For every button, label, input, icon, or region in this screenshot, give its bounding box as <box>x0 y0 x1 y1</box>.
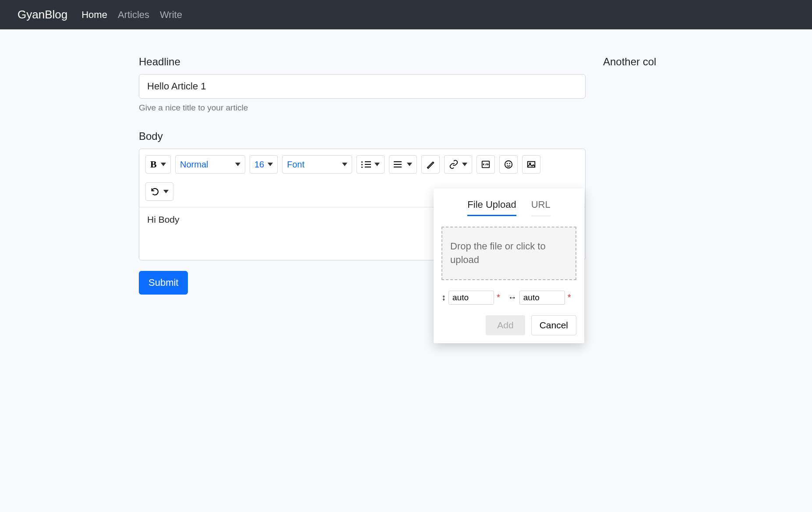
chevron-down-icon <box>407 163 412 166</box>
style-label: Normal <box>180 160 208 170</box>
chevron-down-icon <box>163 190 169 193</box>
list-icon <box>361 160 371 168</box>
svg-point-3 <box>510 164 510 164</box>
required-marker: * <box>568 292 571 302</box>
smiley-icon <box>504 160 513 169</box>
bold-icon: B <box>150 159 157 170</box>
page-container: Headline Give a nice title to your artic… <box>121 29 691 312</box>
size-label: 16 <box>254 160 264 170</box>
font-family-dropdown[interactable]: Font <box>282 155 352 174</box>
align-icon <box>394 160 403 168</box>
required-marker: * <box>497 292 500 302</box>
dimension-row: ↕ * ↔ * <box>441 291 576 305</box>
chevron-down-icon <box>462 163 467 166</box>
link-icon <box>449 160 459 169</box>
width-input[interactable] <box>519 291 565 305</box>
body-label: Body <box>139 130 586 142</box>
list-dropdown[interactable] <box>357 155 385 174</box>
tab-file-upload[interactable]: File Upload <box>467 199 516 216</box>
brand-logo[interactable]: GyanBlog <box>18 8 67 21</box>
svg-point-1 <box>505 161 512 168</box>
image-icon <box>526 160 536 169</box>
height-input[interactable] <box>448 291 494 305</box>
font-label: Font <box>287 160 304 170</box>
file-dropzone[interactable]: Drop the file or click to upload <box>441 227 576 280</box>
chevron-down-icon <box>374 163 380 166</box>
align-dropdown[interactable] <box>389 155 417 174</box>
bold-dropdown[interactable]: B <box>145 155 171 174</box>
svg-point-2 <box>507 164 508 164</box>
code-block-icon <box>481 160 491 169</box>
nav-link-home[interactable]: Home <box>81 9 107 21</box>
nav-link-write[interactable]: Write <box>160 9 182 21</box>
chevron-down-icon <box>268 163 273 166</box>
image-button[interactable] <box>522 155 540 174</box>
highlight-button[interactable] <box>421 155 440 174</box>
side-column: Another col <box>603 56 673 295</box>
chevron-down-icon <box>235 163 240 166</box>
headline-label: Headline <box>139 56 586 68</box>
chevron-down-icon <box>161 163 166 166</box>
width-icon: ↔ <box>508 292 517 302</box>
headline-input[interactable] <box>139 74 586 99</box>
undo-dropdown[interactable] <box>145 182 173 201</box>
side-column-title: Another col <box>603 56 673 68</box>
font-size-dropdown[interactable]: 16 <box>250 155 278 174</box>
navbar-nav: Home Articles Write <box>81 9 182 21</box>
tab-url[interactable]: URL <box>531 199 551 216</box>
code-button[interactable] <box>477 155 495 174</box>
link-dropdown[interactable] <box>444 155 472 174</box>
highlighter-icon <box>426 160 435 169</box>
chevron-down-icon <box>342 163 347 166</box>
submit-button[interactable]: Submit <box>139 271 188 295</box>
headline-help-text: Give a nice title to your article <box>139 103 586 113</box>
navbar: GyanBlog Home Articles Write <box>0 0 812 29</box>
popup-tabs: File Upload URL <box>441 199 576 216</box>
svg-rect-4 <box>528 162 535 167</box>
height-icon: ↕ <box>441 292 446 302</box>
emoji-button[interactable] <box>499 155 518 174</box>
nav-link-articles[interactable]: Articles <box>118 9 149 21</box>
image-upload-popup: File Upload URL Drop the file or click t… <box>434 188 584 312</box>
paragraph-style-dropdown[interactable]: Normal <box>175 155 245 174</box>
undo-icon <box>150 187 160 196</box>
